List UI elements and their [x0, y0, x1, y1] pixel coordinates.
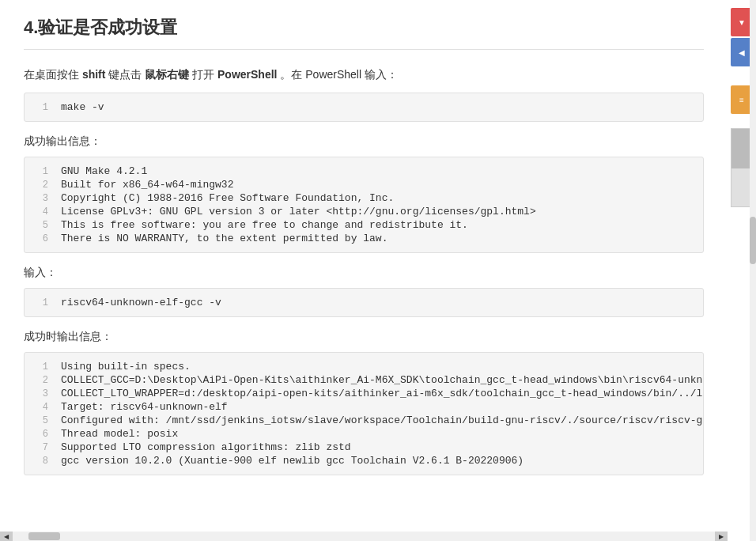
out2-num-3: 3 — [36, 388, 48, 399]
out2-text-8: gcc version 10.2.0 (Xuantie-900 elf newl… — [61, 455, 524, 467]
command-block-1: 1 make -v — [24, 93, 704, 122]
section-title: 4.验证是否成功设置 — [24, 16, 704, 50]
main-content: 4.验证是否成功设置 在桌面按住 shift 键点击 鼠标右键 打开 Power… — [0, 0, 728, 541]
out-text-4: License GPLv3+: GNU GPL version 3 or lat… — [61, 206, 536, 218]
output-line-2: 2 Built for x86_64-w64-mingw32 — [36, 179, 692, 191]
output-block-1: 1 GNU Make 4.2.1 2 Built for x86_64-w64-… — [24, 157, 704, 253]
output-line-5: 5 This is free software: you are free to… — [36, 219, 692, 231]
output-line-1: 1 GNU Make 4.2.1 — [36, 165, 692, 177]
out-text-5: This is free software: you are free to c… — [61, 219, 468, 231]
output-label-2: 成功时输出信息： — [24, 330, 704, 344]
text2: 键点击 — [108, 68, 142, 81]
command-block-2: 1 riscv64-unknown-elf-gcc -v — [24, 288, 704, 317]
out-num-5: 5 — [36, 220, 48, 231]
out2-num-2: 2 — [36, 375, 48, 386]
cmd2-text-1: riscv64-unknown-elf-gcc -v — [61, 297, 221, 308]
output-line-4: 4 License GPLv3+: GNU GPL version 3 or l… — [36, 206, 692, 218]
out2-text-4: Target: riscv64-unknown-elf — [61, 401, 228, 413]
bold1: PowerShell — [217, 68, 277, 81]
out2-line-4: 4 Target: riscv64-unknown-elf — [36, 401, 692, 413]
out-num-6: 6 — [36, 233, 48, 244]
key2: 鼠标右键 — [145, 68, 189, 81]
line-num-1: 1 — [36, 102, 48, 113]
out2-line-8: 8 gcc version 10.2.0 (Xuantie-900 elf ne… — [36, 455, 692, 467]
out-num-4: 4 — [36, 206, 48, 218]
out2-line-6: 6 Thread model: posix — [36, 428, 692, 440]
out-num-3: 3 — [36, 193, 48, 204]
out2-num-6: 6 — [36, 429, 48, 440]
output-line-3: 3 Copyright (C) 1988-2016 Free Software … — [36, 192, 692, 204]
cmd2-line-1: 1 riscv64-unknown-elf-gcc -v — [36, 297, 692, 308]
out2-text-1: Using built-in specs. — [61, 361, 191, 373]
out-text-1: GNU Make 4.2.1 — [61, 165, 147, 177]
scrollbar-thumb[interactable] — [750, 217, 756, 264]
scroll-right-btn[interactable]: ▶ — [715, 532, 728, 541]
out-text-2: Built for x86_64-w64-mingw32 — [61, 179, 233, 191]
bottom-scrollbar[interactable]: ◀ ▶ — [0, 532, 728, 541]
key1: shift — [82, 68, 106, 81]
scroll-track[interactable] — [13, 532, 715, 541]
out2-line-3: 3 COLLECT_LTO_WRAPPER=d:/desktop/aipi-op… — [36, 388, 692, 399]
out2-text-5: Configured with: /mnt/ssd/jenkins_iotsw/… — [61, 414, 704, 426]
out2-line-5: 5 Configured with: /mnt/ssd/jenkins_iots… — [36, 414, 692, 426]
vertical-scrollbar[interactable] — [750, 0, 756, 541]
output-label-1: 成功输出信息： — [24, 134, 704, 149]
out2-text-2: COLLECT_GCC=D:\Desktop\AiPi-Open-Kits\ai… — [61, 374, 704, 386]
right-sidebar: ▼ ◀ ≡ — [728, 0, 756, 541]
out-num-2: 2 — [36, 180, 48, 191]
text-before: 在桌面按住 — [24, 68, 79, 81]
out2-line-2: 2 COLLECT_GCC=D:\Desktop\AiPi-Open-Kits\… — [36, 374, 692, 386]
out2-text-6: Thread model: posix — [61, 428, 178, 440]
page-container: 4.验证是否成功设置 在桌面按住 shift 键点击 鼠标右键 打开 Power… — [0, 0, 756, 541]
out2-num-8: 8 — [36, 456, 48, 467]
out2-num-1: 1 — [36, 361, 48, 373]
out2-line-7: 7 Supported LTO compression algorithms: … — [36, 441, 692, 453]
code-line-1: 1 make -v — [36, 101, 692, 113]
out-text-3: Copyright (C) 1988-2016 Free Software Fo… — [61, 192, 394, 204]
output-line-6: 6 There is NO WARRANTY, to the extent pe… — [36, 233, 692, 244]
out2-num-4: 4 — [36, 402, 48, 413]
out2-line-1: 1 Using built-in specs. — [36, 361, 692, 373]
scroll-left-btn[interactable]: ◀ — [0, 532, 13, 541]
instruction-text: 在桌面按住 shift 键点击 鼠标右键 打开 PowerShell 。在 Po… — [24, 66, 704, 83]
code-text-1: make -v — [61, 101, 104, 113]
input-label: 输入： — [24, 266, 704, 280]
cmd2-num-1: 1 — [36, 297, 48, 308]
out-num-1: 1 — [36, 166, 48, 177]
orange-btn-icon: ≡ — [739, 96, 744, 104]
text4: 。在 PowerShell 输入： — [280, 68, 398, 81]
out2-text-3: COLLECT_LTO_WRAPPER=d:/desktop/aipi-open… — [61, 388, 704, 399]
blue-btn-icon: ◀ — [739, 48, 745, 57]
red-btn-icon: ▼ — [738, 18, 746, 27]
scroll-thumb[interactable] — [28, 532, 60, 540]
output-block-2: 1 Using built-in specs. 2 COLLECT_GCC=D:… — [24, 352, 704, 475]
out2-num-7: 7 — [36, 442, 48, 453]
out2-text-7: Supported LTO compression algorithms: zl… — [61, 441, 351, 453]
out-text-6: There is NO WARRANTY, to the extent perm… — [61, 233, 387, 244]
out2-num-5: 5 — [36, 415, 48, 426]
